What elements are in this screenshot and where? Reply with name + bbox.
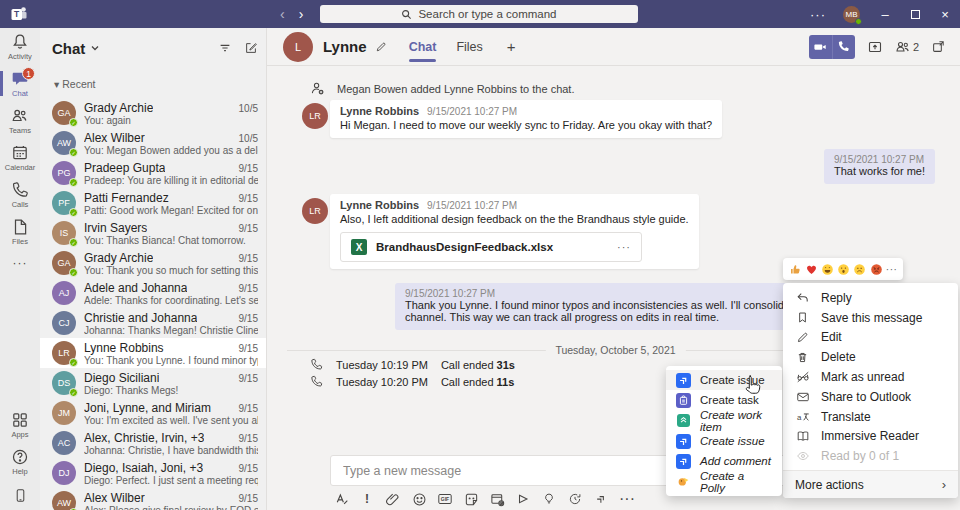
menu-item-immersive-reader[interactable]: Immersive Reader xyxy=(783,427,958,447)
bell-icon xyxy=(11,33,29,51)
chat-title: Lynne xyxy=(323,38,367,55)
list-item[interactable]: AC Alex, Christie, Irvin, +39/15Johanna:… xyxy=(40,428,266,458)
more-reactions-icon[interactable]: ··· xyxy=(886,264,898,275)
user-avatar[interactable]: MB xyxy=(843,6,860,23)
search-bar[interactable]: Search or type a command xyxy=(320,5,638,23)
menu-item-delete[interactable]: Delete xyxy=(783,347,958,367)
list-item[interactable]: PG✓ Pradeep Gupta9/15Pradeep: You are ki… xyxy=(40,158,266,188)
stream-icon[interactable] xyxy=(515,491,531,507)
list-item[interactable]: AJ Adele and Johanna9/15Adele: Thanks fo… xyxy=(40,278,266,308)
menu-item-more-actions[interactable]: More actions › xyxy=(783,470,958,498)
new-chat-icon[interactable] xyxy=(244,41,258,55)
pencil-icon xyxy=(795,331,810,344)
heart-reaction-icon[interactable] xyxy=(805,263,818,276)
message-bubble[interactable]: Lynne Robbins 9/15/2021 10:27 PM Hi Mega… xyxy=(330,100,722,138)
gif-icon[interactable]: GIF xyxy=(437,491,453,507)
own-message-bubble[interactable]: 9/15/2021 10:27 PM That works for me! xyxy=(824,149,935,184)
list-item[interactable]: AW✓ Alex Wilber10/5You: Megan Bowen adde… xyxy=(40,128,266,158)
emoji-icon[interactable] xyxy=(411,491,427,507)
submenu-item-add-comment[interactable]: Add comment xyxy=(666,451,782,471)
submenu-item-create-issue[interactable]: Create issue xyxy=(666,370,782,390)
list-item[interactable]: IS✓ Irvin Sayers9/15You: Thanks Bianca! … xyxy=(40,218,266,248)
menu-item-edit[interactable]: Edit xyxy=(783,328,958,348)
call-log-entry[interactable]: Tuesday 10:19 PM Call ended 31s xyxy=(310,358,515,371)
rail-item-apps[interactable]: Apps xyxy=(0,406,40,443)
tab-chat[interactable]: Chat xyxy=(409,28,437,66)
list-item[interactable]: PF✓ Patti Fernandez9/15Patti: Good work … xyxy=(40,188,266,218)
list-item[interactable]: DJ Diego, Isaiah, Joni, +39/15Diego: Per… xyxy=(40,458,266,488)
share-screen-icon[interactable] xyxy=(867,39,883,55)
message-time: 9/15/2021 10:27 PM xyxy=(427,200,517,211)
list-item[interactable]: DS✓ Diego Siciliani9/15Diego: Thanks Meg… xyxy=(40,368,266,398)
audio-call-button[interactable] xyxy=(832,35,855,59)
submenu-item-create-polly[interactable]: Create a Polly xyxy=(666,471,782,491)
rail-item-chat[interactable]: Chat 1 xyxy=(0,65,40,102)
rail-item-help[interactable]: Help xyxy=(0,443,40,480)
add-tab-button[interactable]: + xyxy=(507,38,516,55)
video-call-button[interactable] xyxy=(809,35,832,59)
rail-item-calls[interactable]: Calls xyxy=(0,176,40,213)
mobile-app-icon[interactable] xyxy=(0,480,40,510)
menu-item-save-message[interactable]: Save this message xyxy=(783,308,958,328)
back-arrow-icon[interactable]: ‹ xyxy=(280,6,285,22)
surprised-reaction-icon[interactable] xyxy=(837,263,850,276)
call-log-entry[interactable]: Tuesday 10:20 PM Call ended 11s xyxy=(310,375,514,388)
close-button[interactable]: × xyxy=(930,0,960,28)
submenu-item-create-task[interactable]: Create task xyxy=(666,390,782,410)
angry-reaction-icon[interactable] xyxy=(870,263,883,276)
app-rail: Activity Chat 1 Teams Calendar Calls Fil… xyxy=(0,28,40,510)
schedule-meeting-icon[interactable] xyxy=(489,491,505,507)
rail-item-files[interactable]: Files xyxy=(0,213,40,250)
svg-text:GIF: GIF xyxy=(441,496,449,502)
participants-icon[interactable]: 2 xyxy=(895,39,919,55)
tab-files[interactable]: Files xyxy=(456,28,482,66)
approvals-icon[interactable] xyxy=(567,491,583,507)
chevron-right-icon: › xyxy=(942,477,946,492)
attach-icon[interactable] xyxy=(385,491,401,507)
avatar: GA✓ xyxy=(52,101,76,125)
menu-item-reply[interactable]: Reply xyxy=(783,288,958,308)
rail-item-calendar[interactable]: Calendar xyxy=(0,139,40,176)
call-status: Call ended 11s xyxy=(441,376,514,388)
list-item[interactable]: AW✓ Alex Wilber9/15Alex: Please give fin… xyxy=(40,488,266,510)
jira-app-icon[interactable] xyxy=(593,491,609,507)
avatar: PF✓ xyxy=(52,191,76,215)
priority-icon[interactable]: ! xyxy=(359,491,375,507)
menu-item-translate[interactable]: a Translate xyxy=(783,407,958,427)
laugh-reaction-icon[interactable] xyxy=(821,263,834,276)
more-apps-icon[interactable]: ··· xyxy=(619,491,635,507)
message-author: Lynne Robbins xyxy=(340,105,419,117)
list-item[interactable]: GA✓ Grady Archie10/5You: again xyxy=(40,98,266,128)
chat-avatar[interactable]: L xyxy=(283,32,313,62)
submenu-item-create-work-item[interactable]: Create work item xyxy=(666,411,782,431)
like-reaction-icon[interactable] xyxy=(789,263,802,276)
message-bubble[interactable]: Lynne Robbins 9/15/2021 10:27 PM Also, I… xyxy=(330,194,699,269)
rail-item-activity[interactable]: Activity xyxy=(0,28,40,65)
lightbulb-icon[interactable] xyxy=(541,491,557,507)
pop-out-icon[interactable] xyxy=(931,39,946,54)
minimize-button[interactable]: – xyxy=(870,0,900,28)
edit-name-icon[interactable] xyxy=(375,41,387,53)
chevron-down-icon[interactable] xyxy=(90,43,100,53)
menu-item-share-outlook[interactable]: Share to Outlook xyxy=(783,387,958,407)
maximize-button[interactable] xyxy=(900,0,930,28)
rail-item-teams[interactable]: Teams xyxy=(0,102,40,139)
attachment-more-icon[interactable]: ··· xyxy=(617,241,631,253)
recent-section-header[interactable]: ▾ Recent xyxy=(54,78,95,90)
submenu-item-create-issue-2[interactable]: Create issue xyxy=(666,431,782,451)
rail-more-icon[interactable]: ··· xyxy=(0,250,40,276)
list-item[interactable]: JM Joni, Lynne, and Miriam9/15You: I'm e… xyxy=(40,398,266,428)
list-item[interactable]: GA✓ Grady Archie9/15You: Thank you so mu… xyxy=(40,248,266,278)
immersive-reader-icon xyxy=(795,429,810,443)
file-attachment-card[interactable]: X BrandhausDesignFeedback.xlsx ··· xyxy=(340,232,642,262)
menu-item-mark-unread[interactable]: Mark as unread xyxy=(783,367,958,387)
filter-icon[interactable] xyxy=(218,41,232,55)
settings-more-icon[interactable]: ··· xyxy=(803,7,833,22)
list-item[interactable]: CJ Christie and Johanna9/15Johanna: Than… xyxy=(40,308,266,338)
forward-arrow-icon[interactable]: › xyxy=(299,6,304,22)
sad-reaction-icon[interactable] xyxy=(853,263,866,276)
sticker-icon[interactable] xyxy=(463,491,479,507)
jira-app-icon xyxy=(676,373,691,388)
list-item-selected[interactable]: LR✓ Lynne Robbins9/15You: Thank you Lynn… xyxy=(40,338,266,368)
format-icon[interactable] xyxy=(333,491,349,507)
